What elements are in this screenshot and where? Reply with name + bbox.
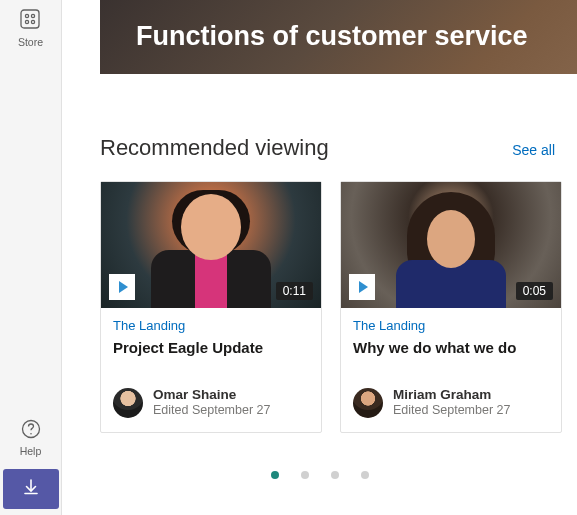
sidebar-bottom: Help xyxy=(0,415,61,515)
see-all-link[interactable]: See all xyxy=(512,142,555,158)
left-sidebar: Store Help xyxy=(0,0,62,515)
sidebar-label-store: Store xyxy=(18,36,43,48)
sidebar-item-help[interactable]: Help xyxy=(0,415,61,461)
card-row: 0:11 The Landing Project Eagle Update Om… xyxy=(100,181,577,433)
duration-badge: 0:05 xyxy=(516,282,553,300)
download-icon xyxy=(21,477,41,501)
avatar xyxy=(113,388,143,418)
author-name: Miriam Graham xyxy=(393,387,510,403)
section-header: Recommended viewing See all xyxy=(100,135,577,161)
store-icon xyxy=(19,8,41,34)
hero-banner[interactable]: Functions of customer service xyxy=(100,0,577,74)
author-row: Miriam Graham Edited September 27 xyxy=(353,387,549,418)
download-button[interactable] xyxy=(3,469,59,509)
site-link[interactable]: The Landing xyxy=(113,318,309,333)
svg-point-6 xyxy=(30,433,32,435)
svg-point-2 xyxy=(32,14,35,17)
carousel-dot[interactable] xyxy=(331,471,339,479)
video-thumbnail: 0:05 xyxy=(341,182,561,308)
video-thumbnail: 0:11 xyxy=(101,182,321,308)
card-body: The Landing Project Eagle Update Omar Sh… xyxy=(101,308,321,432)
svg-point-1 xyxy=(26,14,29,17)
carousel-dot[interactable] xyxy=(271,471,279,479)
carousel-dots xyxy=(271,471,369,479)
svg-point-3 xyxy=(26,20,29,23)
app-root: Store Help xyxy=(0,0,577,515)
video-title: Why we do what we do xyxy=(353,339,549,377)
hero-title: Functions of customer service xyxy=(136,21,528,52)
edited-date: Edited September 27 xyxy=(153,403,270,418)
author-meta: Omar Shaine Edited September 27 xyxy=(153,387,270,418)
recommended-section: Recommended viewing See all 0:11 The Lan… xyxy=(100,135,577,433)
main-content: Functions of customer service Recommende… xyxy=(62,0,577,515)
author-name: Omar Shaine xyxy=(153,387,270,403)
help-icon xyxy=(21,419,41,443)
site-link[interactable]: The Landing xyxy=(353,318,549,333)
video-card[interactable]: 0:11 The Landing Project Eagle Update Om… xyxy=(100,181,322,433)
sidebar-label-help: Help xyxy=(20,445,42,457)
carousel-dot[interactable] xyxy=(361,471,369,479)
carousel-dot[interactable] xyxy=(301,471,309,479)
person-image xyxy=(391,194,511,308)
video-title: Project Eagle Update xyxy=(113,339,309,377)
author-meta: Miriam Graham Edited September 27 xyxy=(393,387,510,418)
card-body: The Landing Why we do what we do Miriam … xyxy=(341,308,561,432)
person-image xyxy=(151,194,271,308)
play-icon xyxy=(349,274,375,300)
author-row: Omar Shaine Edited September 27 xyxy=(113,387,309,418)
duration-badge: 0:11 xyxy=(276,282,313,300)
video-card[interactable]: 0:05 The Landing Why we do what we do Mi… xyxy=(340,181,562,433)
sidebar-item-store[interactable]: Store xyxy=(18,4,43,52)
svg-rect-0 xyxy=(21,10,39,28)
sidebar-top: Store xyxy=(18,0,43,52)
svg-point-4 xyxy=(32,20,35,23)
edited-date: Edited September 27 xyxy=(393,403,510,418)
section-title: Recommended viewing xyxy=(100,135,329,161)
avatar xyxy=(353,388,383,418)
play-icon xyxy=(109,274,135,300)
